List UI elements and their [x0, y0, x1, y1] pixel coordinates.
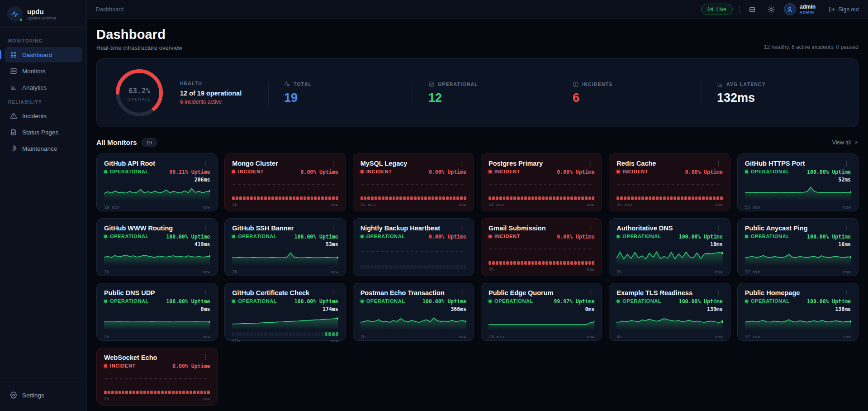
kebab-menu-icon[interactable]: ⋮ [714, 289, 723, 296]
server-icon [10, 67, 17, 75]
window-end: now [330, 269, 338, 274]
kebab-menu-icon[interactable]: ⋮ [201, 225, 210, 231]
monitor-card[interactable]: WebSocket Echo⋮INCIDENT0.00% Uptime2hnow [96, 348, 218, 406]
uptime-bar [674, 196, 676, 200]
uptime-bar [542, 196, 545, 200]
kebab-menu-icon[interactable]: ⋮ [201, 160, 210, 167]
uptime-bar [545, 261, 548, 265]
kebab-menu-icon[interactable]: ⋮ [330, 160, 338, 167]
monitor-card[interactable]: GitHub HTTPS Port⋮OPERATIONAL100.00% Upt… [737, 153, 859, 211]
uptime-bars [232, 332, 338, 336]
status-dot-icon [617, 235, 620, 238]
uptime-bar [300, 196, 303, 200]
view-all-link[interactable]: View all [832, 139, 859, 146]
uptime-bar [304, 196, 306, 200]
signout-button[interactable]: Sign out [829, 6, 859, 13]
window-end: now [715, 334, 722, 339]
uptime-bar [147, 391, 150, 394]
uptime-bar [528, 196, 531, 200]
kebab-menu-icon[interactable]: ⋮ [201, 354, 210, 361]
uptime-bar [567, 261, 569, 265]
theme-toggle-button[interactable] [765, 3, 778, 16]
monitor-card[interactable]: MySQL Legacy⋮INCIDENT0.00% Uptime55 minn… [353, 153, 474, 211]
latency-value: 138ms [807, 306, 851, 312]
monitor-card[interactable]: GitHub SSH Banner⋮OPERATIONAL100.00% Upt… [224, 218, 346, 276]
sidebar-item-analytics[interactable]: Analytics [5, 80, 82, 95]
monitor-card[interactable]: Gmail Submission⋮INCIDENT0.00% Uptime4hn… [481, 218, 602, 276]
kebab-menu-icon[interactable]: ⋮ [842, 225, 851, 231]
kebab-menu-icon[interactable]: ⋮ [458, 289, 466, 296]
sidebar-item-maintenance[interactable]: Maintenance [5, 141, 82, 156]
monitor-card[interactable]: Nightly Backup Heartbeat⋮OPERATIONAL0.00… [353, 218, 474, 276]
sidebar-item-monitors[interactable]: Monitors [5, 63, 82, 79]
status-label: OPERATIONAL [622, 298, 661, 304]
sidebar-item-settings[interactable]: Settings [5, 387, 82, 403]
monitor-name: Public DNS UDP [104, 289, 155, 296]
kebab-menu-icon[interactable]: ⋮ [330, 225, 338, 231]
kebab-menu-icon[interactable]: ⋮ [842, 160, 851, 167]
kebab-menu-icon[interactable]: ⋮ [714, 160, 723, 167]
sidebar-item-incidents[interactable]: Incidents [5, 108, 82, 124]
uptime-value: 99.97% Uptime [554, 298, 594, 305]
monitor-card[interactable]: GitHub API Root⋮OPERATIONAL80.11% Uptime… [96, 153, 218, 211]
status-label: OPERATIONAL [110, 169, 149, 174]
health-block: HEALTH 12 of 19 operational 6 incidents … [180, 81, 268, 105]
kebab-menu-icon[interactable]: ⋮ [458, 225, 466, 231]
view-all-label: View all [832, 139, 851, 146]
monitor-card[interactable]: Authoritative DNS⋮OPERATIONAL100.00% Upt… [609, 218, 730, 276]
uptime-bar [261, 196, 263, 200]
logout-icon [829, 6, 835, 13]
monitor-card[interactable]: Public DNS UDP⋮OPERATIONAL100.00% Uptime… [96, 283, 218, 341]
user-menu[interactable]: admin ADMIN [784, 3, 816, 15]
monitor-card[interactable]: Postgres Primary⋮INCIDENT0.00% Uptime54 … [481, 153, 602, 211]
uptime-bar [716, 196, 719, 200]
status-label: OPERATIONAL [751, 169, 790, 174]
uptime-bar [325, 332, 327, 336]
monitor-card[interactable]: Mongo Cluster⋮INCIDENT0.00% Uptime2hnow [224, 153, 346, 211]
kebab-menu-icon[interactable]: ⋮ [330, 289, 338, 296]
kebab-menu-icon[interactable]: ⋮ [842, 289, 851, 296]
uptime-bar [432, 265, 434, 269]
kebab-menu-icon[interactable]: ⋮ [586, 160, 594, 167]
monitor-card[interactable]: Redis Cache⋮INCIDENT0.00% Uptime35 minno… [609, 153, 730, 211]
kebab-menu-icon[interactable]: ⋮ [586, 225, 594, 231]
kebab-menu-icon[interactable]: ⋮ [586, 289, 594, 296]
uptime-bar [524, 196, 527, 200]
uptime-bar [631, 196, 634, 200]
live-badge[interactable]: Live [701, 4, 733, 15]
status-badge: OPERATIONAL [104, 234, 149, 239]
uptime-bar [282, 196, 285, 200]
monitor-card[interactable]: GitHub WWW Routing⋮OPERATIONAL100.00% Up… [96, 218, 218, 276]
monitor-name: Postman Echo Transaction [360, 289, 445, 296]
window-end: now [459, 202, 466, 207]
monitor-card[interactable]: Example TLS Readiness⋮OPERATIONAL100.00%… [609, 283, 730, 341]
uptime-bar [549, 196, 552, 200]
signout-label: Sign out [838, 6, 859, 13]
monitor-card[interactable]: Public Anycast Ping⋮OPERATIONAL100.00% U… [737, 218, 859, 276]
uptime-bar [168, 391, 171, 394]
uptime-bar [464, 265, 466, 269]
layout-rows-button[interactable] [746, 3, 759, 16]
sidebar-item-status-pages[interactable]: Status Pages [5, 124, 82, 140]
kebab-menu-icon[interactable]: ⋮ [458, 160, 466, 167]
uptime-bar [713, 196, 716, 200]
monitor-card[interactable]: Public Homepage⋮OPERATIONAL100.00% Uptim… [737, 283, 859, 341]
sidebar-item-dashboard[interactable]: Dashboard [5, 47, 82, 62]
uptime-bar [638, 196, 641, 200]
kebab-menu-icon[interactable]: ⋮ [714, 225, 723, 231]
uptime-bar [585, 261, 588, 265]
uptime-bar [268, 332, 270, 336]
uptime-bar [367, 196, 370, 200]
status-badge: INCIDENT [232, 169, 264, 174]
status-label: INCIDENT [622, 169, 648, 174]
uptime-value: 100.00% Uptime [679, 298, 723, 305]
kebab-menu-icon[interactable]: ⋮ [201, 289, 210, 296]
uptime-bar [496, 196, 498, 200]
uptime-bar [439, 265, 441, 269]
status-dot-icon [360, 300, 364, 303]
monitor-card[interactable]: Public Edge Quorum⋮OPERATIONAL99.97% Upt… [481, 283, 602, 341]
uptime-bar [556, 196, 559, 200]
uptime-bar [403, 265, 406, 269]
monitor-card[interactable]: Postman Echo Transaction⋮OPERATIONAL100.… [353, 283, 474, 341]
monitor-card[interactable]: GitHub Certificate Check⋮OPERATIONAL100.… [224, 283, 346, 341]
